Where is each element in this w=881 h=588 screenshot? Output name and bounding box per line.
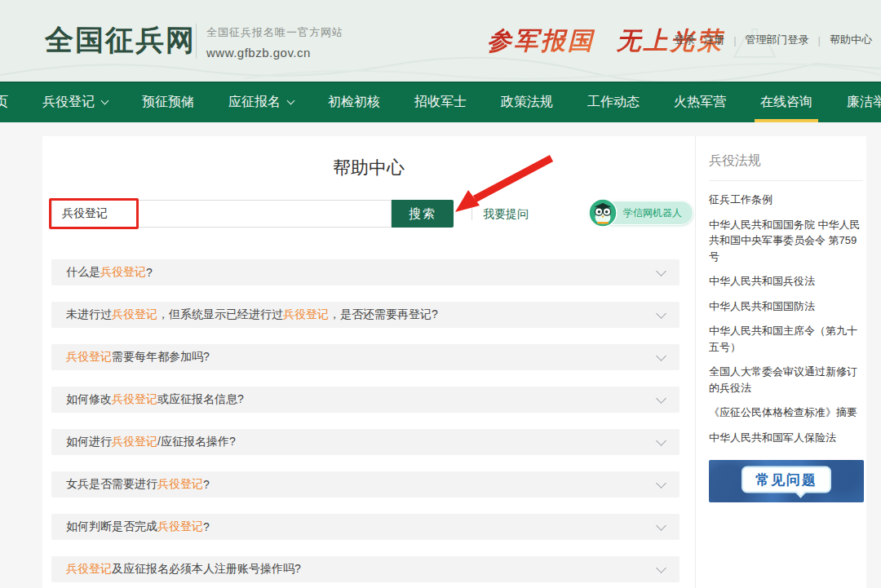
nav-item-pre-recruitment[interactable]: 预征预储 [125,82,211,122]
faq-keyword-highlight: 兵役登记 [112,435,157,449]
faq-text: 需要每年都参加吗? [112,350,210,365]
sidebar-link[interactable]: 中华人民共和国国务院 中华人民共和国中央军事委员会令 第759号 [709,217,863,265]
faq-text: ，是否还需要再登记? [329,307,438,322]
header-link-separator: | [733,34,736,46]
site-logo[interactable]: 全国征兵网 [45,21,196,60]
nav-item-label: 政策法规 [501,94,553,111]
faq-keyword-highlight: 兵役登记 [112,392,157,407]
login-link[interactable]: 登录 [674,33,695,47]
tagline-text: 全国征兵报名唯一官方网站 [206,25,343,40]
chevron-down-icon [656,478,666,489]
faq-text: 或应征报名信息? [157,392,244,407]
nav-item-label: 预征预储 [142,94,194,111]
faq-item[interactable]: 未进行过兵役登记，但系统显示已经进行过兵役登记，是否还需要再登记? [51,302,680,328]
owl-robot-icon [588,198,618,228]
faq-text: /应征报名操作? [157,435,236,449]
faq-text: ，但系统显示已经进行过 [157,307,283,322]
robot-assistant-button[interactable]: 学信网机器人 [589,201,693,225]
chevron-down-icon [287,96,295,104]
chevron-down-icon [656,393,666,404]
site-header: 全国征兵网 全国征兵报名唯一官方网站 www.gfbzb.gov.cn 参军报国… [0,0,881,82]
sidebar-link[interactable]: 中华人民共和国主席令（第九十五号） [709,323,863,355]
faq-keyword-highlight: 兵役登记 [157,477,203,492]
faq-item[interactable]: 如何进行兵役登记/应征报名操作? [51,429,680,455]
faq-list: 什么是兵役登记?未进行过兵役登记，但系统显示已经进行过兵役登记，是否还需要再登记… [51,259,680,588]
faq-text: 如何进行 [66,435,112,449]
faq-banner-label: 常见问题 [755,472,817,488]
content-card: 帮助中心 搜索 我要提问 [42,136,866,588]
faq-text: 如何修改 [66,392,112,407]
header-link-separator: | [818,34,821,46]
header-links: 登录注册|管理部门登录|帮助中心 [670,33,876,47]
faq-keyword-highlight: 兵役登记 [112,307,157,322]
nav-item-military-camp[interactable]: 火热军营 [657,82,743,122]
robot-label: 学信网机器人 [618,206,693,220]
nav-item-label: 招收军士 [414,94,467,111]
faq-keyword-highlight: 兵役登记 [66,350,112,365]
faq-item[interactable]: 什么是兵役登记? [51,259,680,285]
chevron-down-icon [101,96,109,104]
chevron-down-icon [656,351,666,361]
chevron-down-icon [656,435,666,446]
admin-login-link[interactable]: 管理部门登录 [746,33,809,47]
main-nav: 首页兵役登记预征预储应征报名初检初核招收军士政策法规工作动态火热军营在线咨询廉洁… [0,82,881,122]
nav-item-work-news[interactable]: 工作动态 [570,82,657,122]
page: 全国征兵网 全国征兵报名唯一官方网站 www.gfbzb.gov.cn 参军报国… [0,0,881,588]
faq-item[interactable]: 如何修改兵役登记或应征报名信息? [51,387,680,413]
sidebar-link[interactable]: 《应征公民体格检查标准》摘要 [709,405,863,421]
logo-divider [196,24,197,59]
help-center-link[interactable]: 帮助中心 [830,33,872,47]
nav-item-label: 廉洁举报 [847,94,881,111]
ask-question-link[interactable]: 我要提问 [483,200,529,228]
chevron-down-icon [656,308,666,319]
main-column: 帮助中心 搜索 我要提问 [42,136,695,588]
nav-item-label: 首页 [0,94,8,111]
faq-keyword-highlight: 兵役登记 [66,562,112,577]
faq-item[interactable]: 兵役登记及应征报名必须本人注册账号操作吗? [51,556,680,582]
nav-item-online-consult[interactable]: 在线咨询 [743,82,830,122]
faq-banner[interactable]: 常见问题 [709,460,864,502]
faq-keyword-highlight: 兵役登记 [100,265,146,280]
faq-text: 及应征报名必须本人注册账号操作吗? [112,562,301,577]
sidebar-link[interactable]: 征兵工作条例 [709,192,863,208]
faq-text: ? [203,520,210,533]
search-button[interactable]: 搜索 [392,200,454,228]
faq-keyword-highlight: 兵役登记 [283,307,329,322]
sidebar-title: 兵役法规 [709,153,863,181]
faq-text: ? [146,266,153,279]
ask-divider [471,207,472,220]
faq-item[interactable]: 如何判断是否完成兵役登记? [51,514,680,540]
nav-item-service-registration[interactable]: 兵役登记 [25,82,125,122]
nav-item-enlistment-apply[interactable]: 应征报名 [211,82,311,122]
chevron-down-icon [656,266,666,276]
sidebar-link[interactable]: 中华人民共和国军人保险法 [709,430,863,446]
search-input[interactable] [51,200,392,228]
faq-text: ? [203,478,210,491]
sidebar-link[interactable]: 中华人民共和国兵役法 [709,273,863,290]
sidebar-link[interactable]: 中华人民共和国国防法 [709,298,863,315]
nav-item-label: 兵役登记 [42,94,95,111]
sidebar: 兵役法规 征兵工作条例中华人民共和国国务院 中华人民共和国中央军事委员会令 第7… [695,136,866,588]
chevron-down-icon [656,520,666,531]
faq-text: 什么是 [66,265,100,280]
faq-item[interactable]: 女兵是否需要进行兵役登记? [51,471,680,497]
nav-item-integrity-report[interactable]: 廉洁举报 [830,82,881,122]
faq-keyword-highlight: 兵役登记 [157,519,203,534]
sidebar-link[interactable]: 全国人大常委会审议通过新修订的兵役法 [709,364,863,396]
nav-item-initial-check[interactable]: 初检初核 [311,82,397,122]
sidebar-links: 征兵工作条例中华人民共和国国务院 中华人民共和国中央军事委员会令 第759号中华… [709,192,863,445]
nav-item-label: 应征报名 [228,94,281,111]
site-tagline: 全国征兵报名唯一官方网站 www.gfbzb.gov.cn [206,25,343,60]
faq-item[interactable]: 兵役登记需要每年都参加吗? [51,344,680,370]
nav-item-nco-recruitment[interactable]: 招收军士 [397,82,484,122]
nav-item-label: 工作动态 [587,94,640,111]
slogan-left: 参军报国 [487,27,595,54]
faq-banner-bubble: 常见问题 [742,466,831,493]
nav-item-label: 火热军营 [674,94,726,111]
chevron-down-icon [656,563,666,573]
register-link[interactable]: 注册 [703,33,724,47]
nav-item-home[interactable]: 首页 [0,82,25,122]
nav-item-policies[interactable]: 政策法规 [484,82,570,122]
site-url: www.gfbzb.gov.cn [206,46,343,60]
nav-item-label: 初检初核 [328,94,380,111]
